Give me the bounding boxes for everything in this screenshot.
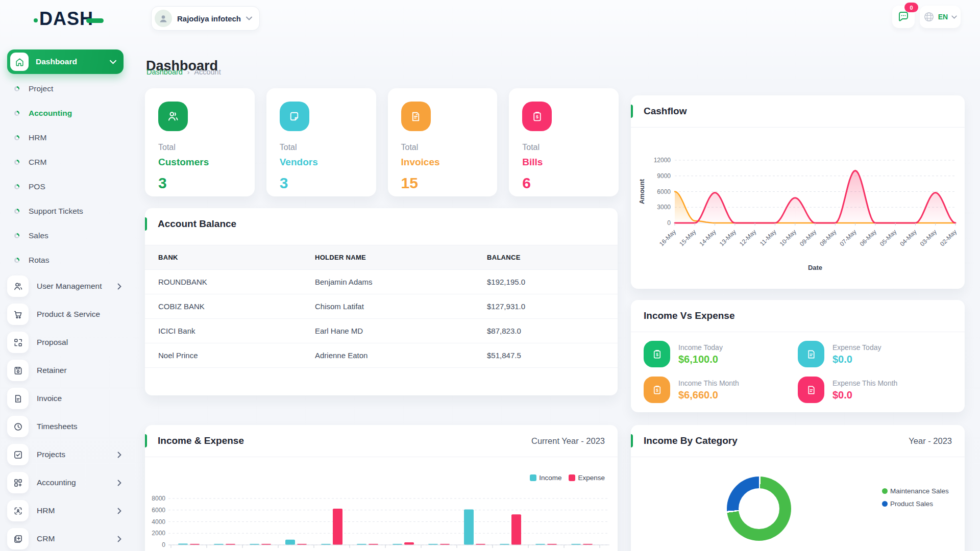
svg-text:15-May: 15-May (678, 228, 697, 247)
sidebar-item-timesheets[interactable]: Timesheets (0, 414, 131, 439)
sidebar-item-hrm[interactable]: HRM (0, 126, 131, 150)
sidebar-item-product-service[interactable]: Product & Service (0, 302, 131, 327)
language-code: EN (938, 13, 948, 21)
stat-prefix: Total (280, 143, 363, 152)
legend-item-income[interactable]: Income (530, 474, 561, 482)
messages-button[interactable]: 0 (892, 6, 915, 28)
breadcrumb-dashboard-link[interactable]: Dashboard (146, 68, 183, 76)
svg-text:09-May: 09-May (798, 228, 818, 247)
sidebar-item-label: POS (29, 182, 45, 191)
column-header-holder: HOLDER NAME (314, 245, 486, 270)
sidebar-item-label: CRM (29, 158, 46, 167)
sidebar-item-proposal[interactable]: Proposal (0, 330, 131, 355)
svg-text:12000: 12000 (654, 157, 671, 164)
svg-text:02-May: 02-May (939, 228, 958, 247)
sidebar-item-sales[interactable]: Sales (0, 223, 131, 248)
ring-icon (14, 111, 19, 116)
app-logo[interactable]: DASH (34, 8, 104, 30)
stat-label: Bills (522, 157, 605, 168)
svg-text:14-May: 14-May (698, 228, 717, 247)
grid-plus-icon (7, 472, 29, 493)
stat-value: 3 (158, 174, 241, 192)
chevron-down-icon (110, 60, 116, 64)
clipboard-dollar-icon: $ (644, 377, 670, 403)
home-icon (10, 53, 29, 71)
sidebar-item-support-tickets[interactable]: Support Tickets (0, 199, 131, 223)
legend-item-expense[interactable]: Expense (569, 474, 605, 482)
svg-text:$: $ (656, 353, 658, 357)
legend-item-product-sales[interactable]: Product Sales (882, 500, 949, 508)
sidebar-item-hrm-menu[interactable]: HRM (0, 498, 131, 523)
sidebar-item-invoice[interactable]: Invoice (0, 386, 131, 411)
svg-text:13-May: 13-May (718, 228, 738, 247)
sidebar-item-label: Projects (37, 450, 65, 459)
cell-holder: Benjamin Adams (314, 270, 486, 294)
panel-header: Income & Expense Current Year - 2023 (145, 425, 618, 457)
chevron-right-icon (117, 508, 121, 514)
svg-text:6000: 6000 (152, 507, 165, 514)
svg-text:07-May: 07-May (838, 228, 857, 247)
stat-value: 6 (522, 174, 605, 192)
svg-text:2000: 2000 (152, 530, 165, 537)
language-selector[interactable]: EN (920, 6, 961, 28)
ring-icon (14, 209, 19, 214)
tile-value: $0.0 (832, 354, 881, 365)
legend-label: Expense (578, 474, 605, 482)
accent-bar (145, 434, 147, 447)
note-icon (280, 102, 309, 131)
sidebar-item-retainer[interactable]: Retainer (0, 358, 131, 383)
cell-balance: $87,823.0 (486, 319, 618, 343)
chevron-right-icon (117, 452, 121, 458)
sidebar-item-accounting-menu[interactable]: Accounting (0, 470, 131, 495)
ring-icon (14, 135, 19, 140)
sidebar-item-label: Project (29, 84, 53, 93)
users-icon (158, 102, 188, 131)
panel-title: Account Balance (158, 218, 236, 230)
svg-text:06-May: 06-May (859, 228, 878, 247)
sidebar-item-label: Retainer (37, 366, 67, 375)
target-icon (7, 500, 29, 521)
sidebar-item-dashboard[interactable]: Dashboard (7, 49, 124, 74)
chevron-right-icon (117, 283, 121, 290)
donut-legend: Maintenance Sales Product Sales (882, 487, 949, 508)
tile-label: Expense This Month (832, 379, 897, 387)
sidebar-item-label: User Management (37, 282, 102, 291)
globe-icon (923, 11, 935, 22)
sidebar-item-crm-menu[interactable]: CRM (0, 526, 131, 551)
cell-holder: Chisom Latifat (314, 294, 486, 319)
sidebar-item-pos[interactable]: POS (0, 174, 131, 199)
stat-cards-row: Total Customers 3 Total Vendors 3 Total … (145, 88, 619, 196)
chevron-down-icon (246, 16, 252, 20)
sidebar-menu: User Management Product & Service Propos… (0, 273, 131, 551)
svg-text:3000: 3000 (657, 204, 671, 211)
legend-item-maintenance-sales[interactable]: Maintenance Sales (882, 487, 949, 495)
table-row: Noel Prince Adrienne Eaton $51,847.5 (145, 343, 618, 368)
sidebar-item-crm[interactable]: CRM (0, 150, 131, 174)
stat-value: 15 (401, 174, 484, 192)
panel-header: Income By Category Year - 2023 (631, 425, 965, 457)
breadcrumb: Dashboard › Account (146, 68, 221, 76)
tile-expense-today: Expense Today $0.0 (798, 341, 952, 367)
tile-label: Income Today (678, 343, 723, 352)
document-icon (7, 388, 29, 409)
book-icon (7, 528, 29, 549)
sidebar-item-label: Support Tickets (29, 207, 83, 216)
cell-holder: Adrienne Eaton (314, 343, 486, 368)
accent-bar (631, 105, 633, 118)
sidebar-item-project[interactable]: Project (0, 77, 131, 101)
panel-header: Cashflow (631, 95, 965, 128)
stat-card-bills: $ Total Bills 6 (509, 88, 619, 196)
sidebar-item-rotas[interactable]: Rotas (0, 248, 131, 272)
stat-prefix: Total (522, 143, 605, 152)
cell-bank: COBIZ BANK (145, 294, 314, 319)
sidebar-item-user-management[interactable]: User Management (0, 273, 131, 299)
svg-text:6000: 6000 (657, 188, 671, 195)
sidebar-item-label: CRM (37, 534, 55, 543)
qr-squares-icon (7, 332, 29, 353)
breadcrumb-current: Account (194, 68, 220, 76)
sidebar-item-projects[interactable]: Projects (0, 442, 131, 467)
sidebar-item-accounting[interactable]: Accounting (0, 101, 131, 126)
company-switcher[interactable]: Rajodiya infotech (151, 6, 260, 31)
legend-label: Income (539, 474, 561, 482)
income-swatch (530, 474, 536, 481)
